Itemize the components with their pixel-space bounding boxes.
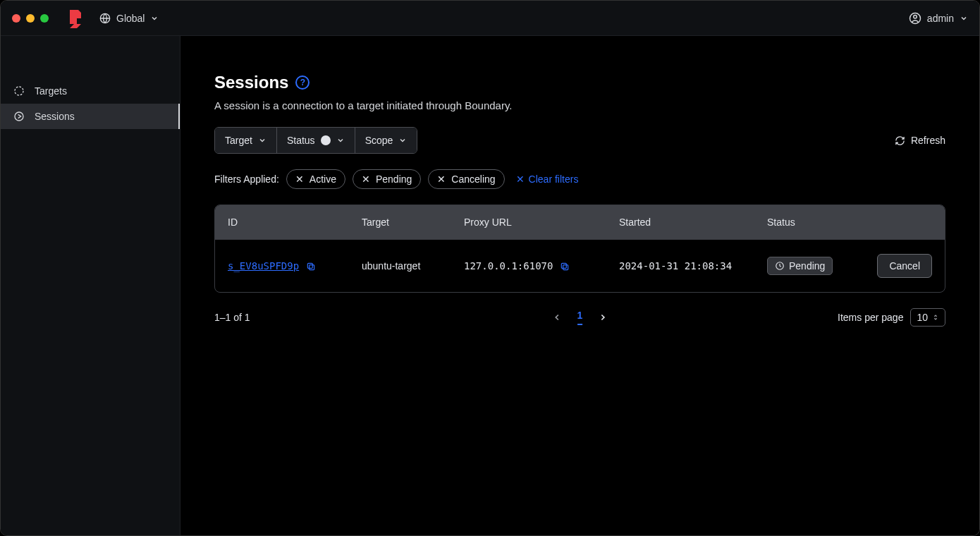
chevron-down-icon bbox=[258, 136, 267, 145]
remove-icon: ✕ bbox=[362, 174, 370, 184]
pager-controls: 1 bbox=[552, 310, 608, 325]
col-started: Started bbox=[619, 217, 767, 228]
status-indicator-dot bbox=[321, 135, 331, 145]
cell-target: ubuntu-target bbox=[362, 260, 464, 272]
page-number[interactable]: 1 bbox=[577, 310, 583, 325]
page-header: Sessions ? bbox=[214, 73, 945, 92]
select-arrows-icon bbox=[932, 312, 939, 322]
scope-switcher[interactable]: Global bbox=[99, 13, 159, 24]
session-id-link[interactable]: s_EV8uSPFD9p bbox=[228, 260, 299, 272]
window-controls bbox=[12, 14, 49, 23]
refresh-label: Refresh bbox=[911, 135, 945, 146]
svg-rect-7 bbox=[563, 265, 568, 270]
filter-label: Scope bbox=[365, 135, 393, 146]
svg-point-3 bbox=[15, 87, 23, 95]
maximize-window-button[interactable] bbox=[40, 14, 49, 23]
filter-scope[interactable]: Scope bbox=[355, 128, 417, 153]
chevron-down-icon bbox=[150, 14, 159, 23]
filter-chip-canceling[interactable]: ✕ Canceling bbox=[428, 169, 504, 189]
table-row: s_EV8uSPFD9p ubuntu-target 127.0.0.1:610… bbox=[215, 239, 945, 292]
remove-icon: ✕ bbox=[295, 174, 304, 184]
chevron-left-icon bbox=[552, 312, 562, 322]
col-status: Status bbox=[767, 217, 873, 228]
help-icon[interactable]: ? bbox=[295, 75, 310, 90]
close-window-button[interactable] bbox=[12, 14, 20, 23]
applied-filters: Filters Applied: ✕ Active ✕ Pending ✕ Ca… bbox=[214, 169, 945, 189]
chevron-down-icon bbox=[960, 14, 968, 23]
clear-filters-button[interactable]: ✕ Clear filters bbox=[516, 173, 579, 185]
prev-page-button[interactable] bbox=[552, 312, 562, 322]
globe-icon bbox=[99, 13, 111, 24]
refresh-icon bbox=[895, 135, 905, 146]
col-id: ID bbox=[228, 217, 362, 228]
page-title: Sessions bbox=[214, 73, 288, 92]
pending-icon bbox=[775, 261, 785, 271]
filter-label: Status bbox=[287, 135, 315, 146]
chip-label: Active bbox=[310, 173, 336, 185]
user-label: admin bbox=[927, 13, 954, 24]
filter-target[interactable]: Target bbox=[215, 128, 277, 153]
sidebar-item-targets[interactable]: Targets bbox=[1, 78, 180, 104]
svg-rect-5 bbox=[310, 265, 314, 270]
chevron-right-icon bbox=[598, 312, 608, 322]
filter-label: Target bbox=[225, 135, 252, 146]
copy-icon[interactable] bbox=[306, 262, 316, 272]
sessions-icon bbox=[13, 111, 25, 122]
pagination: 1–1 of 1 1 Items per page 10 bbox=[214, 307, 945, 328]
svg-rect-6 bbox=[307, 263, 312, 268]
sidebar: Targets Sessions bbox=[1, 36, 180, 535]
app-logo bbox=[66, 8, 85, 28]
filter-bar: Target Status Scope Refresh bbox=[214, 127, 945, 154]
col-proxy-url: Proxy URL bbox=[464, 217, 619, 228]
user-menu[interactable]: admin bbox=[909, 12, 968, 25]
page-description: A session is a connection to a target in… bbox=[214, 99, 945, 111]
cell-actions: Cancel bbox=[873, 254, 932, 278]
remove-icon: ✕ bbox=[437, 174, 446, 184]
chip-label: Pending bbox=[376, 173, 412, 185]
chevron-down-icon bbox=[336, 136, 345, 145]
sidebar-item-label: Targets bbox=[35, 85, 67, 97]
refresh-button[interactable]: Refresh bbox=[895, 135, 945, 146]
sessions-table: ID Target Proxy URL Started Status s_EV8… bbox=[214, 205, 945, 293]
items-per-page-label: Items per page bbox=[838, 312, 903, 323]
items-per-page-value: 10 bbox=[917, 312, 928, 323]
main-content: Sessions ? A session is a connection to … bbox=[180, 36, 979, 535]
app-body: Targets Sessions Sessions ? A session is… bbox=[1, 36, 979, 535]
sidebar-item-sessions[interactable]: Sessions bbox=[1, 104, 180, 129]
cell-status: Pending bbox=[767, 257, 873, 275]
filter-chip-pending[interactable]: ✕ Pending bbox=[353, 169, 421, 189]
cancel-button[interactable]: Cancel bbox=[877, 254, 932, 278]
svg-point-4 bbox=[15, 112, 23, 121]
close-icon: ✕ bbox=[516, 173, 525, 185]
items-per-page-select[interactable]: 10 bbox=[910, 308, 945, 327]
items-per-page: Items per page 10 bbox=[838, 308, 945, 327]
chevron-down-icon bbox=[398, 136, 407, 145]
pagination-summary: 1–1 of 1 bbox=[214, 312, 250, 323]
svg-rect-8 bbox=[562, 263, 567, 268]
user-icon bbox=[909, 12, 921, 25]
proxy-url-text: 127.0.0.1:61070 bbox=[464, 260, 553, 272]
cell-started: 2024-01-31 21:08:34 bbox=[619, 260, 767, 272]
status-badge: Pending bbox=[767, 257, 833, 275]
sidebar-item-label: Sessions bbox=[35, 111, 75, 122]
scope-label: Global bbox=[116, 13, 145, 24]
cell-id: s_EV8uSPFD9p bbox=[228, 260, 362, 272]
filter-status[interactable]: Status bbox=[277, 128, 355, 153]
filter-group: Target Status Scope bbox=[214, 127, 417, 154]
cell-proxy-url: 127.0.0.1:61070 bbox=[464, 260, 619, 272]
clear-filters-label: Clear filters bbox=[529, 173, 579, 185]
titlebar: Global admin bbox=[1, 1, 979, 36]
target-icon bbox=[13, 85, 25, 97]
table-header: ID Target Proxy URL Started Status bbox=[215, 205, 945, 239]
svg-point-2 bbox=[914, 15, 917, 18]
next-page-button[interactable] bbox=[598, 312, 608, 322]
app-window: Global admin Targets Sessions Sessions bbox=[0, 0, 980, 536]
copy-icon[interactable] bbox=[560, 262, 570, 272]
chip-label: Canceling bbox=[451, 173, 495, 185]
status-text: Pending bbox=[789, 260, 825, 272]
col-target: Target bbox=[362, 217, 464, 228]
filter-chip-active[interactable]: ✕ Active bbox=[286, 169, 345, 189]
minimize-window-button[interactable] bbox=[26, 14, 35, 23]
applied-filters-label: Filters Applied: bbox=[214, 173, 279, 185]
